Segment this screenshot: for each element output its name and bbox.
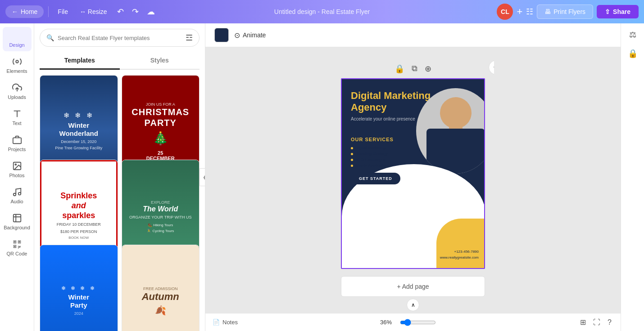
main-layout: Design Elements Uploads Text Projects Ph… xyxy=(0,23,644,331)
analytics-button[interactable]: ☷ xyxy=(526,7,533,17)
sidebar-text-label: Text xyxy=(12,121,21,126)
home-icon: ← xyxy=(12,8,18,15)
bottom-right-buttons: ⊞ ⛶ ? xyxy=(578,316,613,328)
search-bar: 🔍 ☲ xyxy=(40,29,200,47)
header-separator xyxy=(48,6,49,17)
collapse-pages-button[interactable]: ∧ xyxy=(407,299,419,311)
sidebar-icons: Design Elements Uploads Text Projects Ph… xyxy=(0,23,34,331)
canvas-toolbar: ⊙ Animate xyxy=(205,23,621,47)
panel-collapse-handle[interactable]: ❮ xyxy=(200,168,205,186)
color-swatch[interactable] xyxy=(214,28,229,42)
undo-button[interactable]: ↶ xyxy=(114,4,127,19)
template-winter-party[interactable]: ❄ ❄ ❄ ❄ WinterParty 2024 xyxy=(40,245,118,331)
sidebar-photos-label: Photos xyxy=(9,173,24,178)
svg-point-4 xyxy=(15,164,16,165)
resize-button[interactable]: ↔ Resize xyxy=(75,5,112,18)
sidebar-item-design[interactable]: Design xyxy=(3,27,32,51)
sidebar-item-uploads[interactable]: Uploads xyxy=(3,79,32,103)
search-icon: 🔍 xyxy=(46,34,54,41)
file-button[interactable]: File xyxy=(53,5,73,18)
redo-button[interactable]: ↷ xyxy=(129,4,141,19)
sidebar-design-label: Design xyxy=(9,42,24,48)
sidebar-item-projects[interactable]: Projects xyxy=(3,131,32,156)
search-input[interactable] xyxy=(58,35,182,41)
animate-button[interactable]: ⊙ Animate xyxy=(234,31,266,40)
chevron-up-icon: ∧ xyxy=(411,302,415,308)
sidebar-uploads-label: Uploads xyxy=(8,94,26,100)
animate-icon: ⊙ xyxy=(234,31,240,40)
sidebar-item-photos[interactable]: Photos xyxy=(3,157,32,182)
zoom-level: 36% xyxy=(380,319,396,326)
service-item-2: Branding Strategy xyxy=(351,152,477,156)
svg-point-6 xyxy=(18,192,21,195)
tab-styles[interactable]: Styles xyxy=(120,52,200,70)
flyer-website: www.reallygreatsite.com xyxy=(440,255,479,261)
sidebar-elements-label: Elements xyxy=(7,68,27,74)
document-title: Untitled design - Real Estate Flyer xyxy=(274,8,370,15)
sidebar-item-qrcode[interactable]: QR Code xyxy=(3,236,32,260)
help-button[interactable]: ? xyxy=(606,316,613,328)
add-icon[interactable]: ⊕ xyxy=(425,64,431,74)
flyer-cta-button[interactable]: GET STARTED xyxy=(351,173,400,184)
sidebar-audio-label: Audio xyxy=(10,199,23,204)
sidebar-projects-label: Projects xyxy=(8,147,26,152)
flyer-services: OUR SERVICES Digital Marketing Branding … xyxy=(342,130,485,192)
header: ← Home File ↔ Resize ↶ ↷ ☁ Untitled desi… xyxy=(0,0,644,23)
left-panel: 🔍 ☲ Templates Styles ❄ ❄ ❄ WinterWonderl… xyxy=(34,23,205,331)
canvas-top-actions: 🔒 ⧉ ⊕ xyxy=(395,64,431,74)
right-lock-button[interactable]: 🔒 xyxy=(625,46,640,61)
services-title: OUR SERVICES xyxy=(351,137,477,142)
sidebar-item-elements[interactable]: Elements xyxy=(3,53,32,77)
save-cloud-button[interactable]: ☁ xyxy=(144,4,158,19)
template-tabs: Templates Styles xyxy=(40,52,200,70)
sidebar-item-text[interactable]: Text xyxy=(3,105,32,130)
flyer-canvas[interactable]: Digital Marketing Agency Accelerate your… xyxy=(341,78,485,269)
print-flyers-button[interactable]: 🖶 Print Flyers xyxy=(537,4,593,19)
sidebar-qrcode-label: QR Code xyxy=(7,251,27,256)
svg-rect-2 xyxy=(13,138,21,143)
user-avatar[interactable]: CL xyxy=(497,4,513,20)
canvas-wrapper: ↺ Digital Marketing Agency Accelerate yo… xyxy=(341,78,485,269)
sidebar-background-label: Background xyxy=(4,225,30,230)
zoom-slider[interactable] xyxy=(400,319,436,326)
rotate-button[interactable]: ↺ xyxy=(489,60,494,75)
notes-icon: 📄 xyxy=(213,319,220,326)
svg-point-0 xyxy=(16,60,18,63)
lock-icon[interactable]: 🔒 xyxy=(395,64,404,74)
sidebar-item-audio[interactable]: Audio xyxy=(3,183,32,208)
svg-rect-7 xyxy=(13,215,21,222)
add-collaborator-button[interactable]: + xyxy=(517,6,522,18)
header-left: ← Home File ↔ Resize ↶ ↷ ☁ xyxy=(5,4,158,19)
service-item-3: SEO Campaigns xyxy=(351,157,477,162)
filter-button[interactable]: ☲ xyxy=(186,33,193,43)
home-button[interactable]: ← Home xyxy=(5,5,44,18)
grid-view-button[interactable]: ⊞ xyxy=(578,316,588,328)
templates-grid: ❄ ❄ ❄ WinterWonderland December 15, 2020… xyxy=(34,70,205,331)
duplicate-icon[interactable]: ⧉ xyxy=(412,64,417,74)
canvas-area: ⊙ Animate 🔒 ⧉ ⊕ ↺ Digital xyxy=(205,23,621,331)
svg-point-5 xyxy=(13,193,16,196)
home-label: Home xyxy=(21,8,37,15)
flyer-card: Digital Marketing Agency Accelerate your… xyxy=(342,79,485,268)
add-page-button[interactable]: + Add page xyxy=(341,276,485,297)
resize-icon: ↔ xyxy=(80,8,86,15)
share-icon: ⇧ xyxy=(605,8,610,15)
right-sidebar: ⚖ 🔒 xyxy=(621,23,644,331)
zoom-controls: 36% xyxy=(380,319,436,326)
flyer-contact: +123-456-7890 www.reallygreatsite.com xyxy=(440,249,479,261)
right-magic-button[interactable]: ⚖ xyxy=(626,27,639,42)
flyer-phone: +123-456-7890 xyxy=(440,249,479,255)
service-item-1: Digital Marketing xyxy=(351,146,477,150)
notes-button[interactable]: 📄 Notes xyxy=(213,319,238,326)
header-right: CL + ☷ 🖶 Print Flyers ⇧ Share xyxy=(497,4,639,20)
share-button[interactable]: ⇧ Share xyxy=(597,5,639,18)
print-icon: 🖶 xyxy=(544,8,551,15)
tab-templates[interactable]: Templates xyxy=(40,52,120,70)
template-autumn[interactable]: FREE ADMISSION Autumn 🍂 xyxy=(122,245,200,331)
canvas-container[interactable]: 🔒 ⧉ ⊕ ↺ Digital Marketing Agency xyxy=(332,47,494,313)
service-item-4: Mobile Application xyxy=(351,163,477,168)
fullscreen-button[interactable]: ⛶ xyxy=(591,316,602,328)
sidebar-item-background[interactable]: Background xyxy=(3,210,32,234)
bottom-bar: 📄 Notes 36% ⊞ ⛶ ? xyxy=(205,313,621,331)
